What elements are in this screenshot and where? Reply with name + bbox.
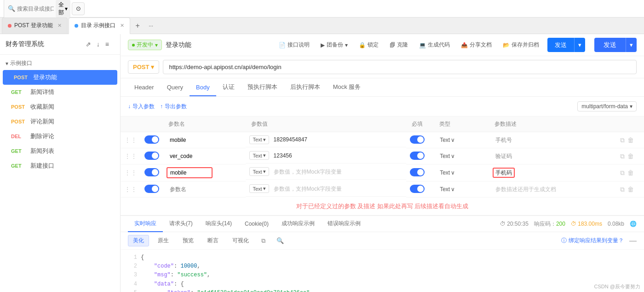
param-name-input[interactable] xyxy=(167,151,213,161)
view-tab-beautify[interactable]: 美化 xyxy=(128,235,149,246)
import-params-button[interactable]: ↓ 导入参数 xyxy=(128,103,155,111)
drag-handle[interactable]: ⋮⋮ xyxy=(124,169,137,176)
tab-header[interactable]: Header xyxy=(128,79,161,96)
clone-button[interactable]: 🗐克隆 xyxy=(387,39,411,51)
globe-icon[interactable]: 🌐 xyxy=(630,221,637,227)
delete-row-button[interactable]: 🗑 xyxy=(627,186,634,193)
toggle-switch[interactable] xyxy=(144,135,159,144)
sidebar-item-news-list[interactable]: GET 新闻列表 xyxy=(0,144,120,158)
text-type-select[interactable]: Text▾ xyxy=(249,184,269,193)
view-tab-visual[interactable]: 可视化 xyxy=(227,235,254,246)
view-tab-raw[interactable]: 原生 xyxy=(153,235,174,246)
save-button[interactable]: 发送 xyxy=(547,38,574,52)
toggle-switch[interactable] xyxy=(144,168,159,176)
delete-row-button[interactable]: 🗑 xyxy=(627,152,634,160)
copy-row-button[interactable]: ⧉ xyxy=(620,136,625,144)
close-icon[interactable]: ✕ xyxy=(120,23,124,29)
tab-mock[interactable]: Mock 服务 xyxy=(327,78,368,97)
save-dropdown-button[interactable]: ▾ xyxy=(574,38,585,52)
sharedoc-button[interactable]: 📤分享文档 xyxy=(458,39,494,51)
share-icon[interactable]: ⇗ xyxy=(84,39,93,50)
bind-response-button[interactable]: ⓘ 绑定响应结果到变量？ xyxy=(561,237,624,245)
required-toggle[interactable] xyxy=(410,135,425,144)
tab-realtime[interactable]: 实时响应 xyxy=(128,216,163,232)
method-select[interactable]: POST ▾ xyxy=(128,60,159,74)
param-value-input[interactable] xyxy=(271,151,403,160)
sidebar-item-delete-comment[interactable]: DEL 删除评论 xyxy=(0,129,120,144)
tab-directory[interactable]: 目录 示例接口 ✕ xyxy=(69,18,130,34)
tab-request-headers[interactable]: 请求头(7) xyxy=(163,216,199,232)
tab-post-login[interactable]: POST 登录功能 ✕ xyxy=(2,18,68,34)
env-badge[interactable]: 开发中 ▾ xyxy=(128,40,162,50)
drag-handle[interactable]: ⋮⋮ xyxy=(124,186,137,193)
tab-cookie[interactable]: Cookie(0) xyxy=(238,217,275,232)
minimize-icon[interactable]: — xyxy=(629,237,637,245)
copy-row-button[interactable]: ⧉ xyxy=(620,169,625,177)
tab-query[interactable]: Query xyxy=(161,79,190,96)
sidebar-item-news-detail[interactable]: GET 新闻详情 xyxy=(0,85,120,99)
param-name-input-highlighted[interactable] xyxy=(167,167,213,178)
sidebar-item-login[interactable]: POST 登录功能 xyxy=(3,70,117,85)
text-type-select[interactable]: Text▾ xyxy=(249,151,269,160)
text-type-select[interactable]: Text▾ xyxy=(249,167,269,176)
lock-button[interactable]: 🔒锁定 xyxy=(356,39,381,51)
close-icon[interactable]: ✕ xyxy=(58,23,62,29)
send-button[interactable]: 发送 xyxy=(594,38,626,52)
drag-handle[interactable]: ⋮⋮ xyxy=(124,136,137,144)
required-toggle[interactable] xyxy=(410,168,425,176)
desc-input[interactable] xyxy=(493,185,613,194)
search-icon[interactable]: 🔍 xyxy=(273,236,288,245)
backup-button[interactable]: ▶团备份▾ xyxy=(318,39,351,51)
drag-handle[interactable]: ⋮⋮ xyxy=(124,152,137,160)
text-type-select[interactable]: Text▾ xyxy=(249,135,269,144)
delete-row-button[interactable]: 🗑 xyxy=(627,136,634,144)
view-tab-preview[interactable]: 预览 xyxy=(178,235,199,246)
sidebar-item-comment-news[interactable]: POST 评论新闻 xyxy=(0,114,120,129)
tab-response-headers[interactable]: 响应头(14) xyxy=(199,216,238,232)
search-type-button[interactable]: 全部 ▾ xyxy=(56,0,70,18)
settings-button[interactable]: ⊙ xyxy=(72,2,85,15)
view-tab-assert[interactable]: 断言 xyxy=(202,235,224,246)
type-select[interactable]: Text∨ xyxy=(437,185,485,194)
tab-body[interactable]: Body xyxy=(190,79,216,96)
desc-input[interactable] xyxy=(493,135,613,145)
delete-row-button[interactable]: 🗑 xyxy=(627,169,634,176)
type-select[interactable]: Text∨ xyxy=(437,152,485,161)
codegen-button[interactable]: 💻生成代码 xyxy=(416,39,453,51)
required-toggle[interactable] xyxy=(410,152,425,160)
toggle-switch[interactable] xyxy=(144,152,159,160)
download-icon[interactable]: ↓ xyxy=(95,39,102,50)
doc-button[interactable]: 📄接口说明 xyxy=(276,39,312,51)
tab-pre-script[interactable]: 预执行脚本 xyxy=(241,78,284,97)
send-dropdown-button[interactable]: ▾ xyxy=(626,38,637,52)
save-return-button[interactable]: 📂保存并归档 xyxy=(500,39,542,51)
param-value-input[interactable] xyxy=(271,135,403,144)
tab-auth[interactable]: 认证 xyxy=(216,78,241,97)
sidebar-item-collect-news[interactable]: POST 收藏新闻 xyxy=(0,99,120,114)
tab-more-button[interactable]: ··· xyxy=(145,21,157,31)
tab-success-example[interactable]: 成功响应示例 xyxy=(275,216,321,232)
format-select[interactable]: multipart/form-data ▾ xyxy=(577,101,637,111)
type-select[interactable]: Text∨ xyxy=(437,168,485,177)
type-select[interactable]: Text∨ xyxy=(437,135,485,145)
param-name-input[interactable] xyxy=(167,184,213,194)
toggle-switch[interactable] xyxy=(144,185,159,193)
copy-row-button[interactable]: ⧉ xyxy=(620,152,625,160)
required-toggle[interactable] xyxy=(410,185,425,193)
desc-input[interactable] xyxy=(493,152,613,161)
export-params-button[interactable]: ↑ 导出参数 xyxy=(160,103,187,111)
param-value-input[interactable] xyxy=(271,184,403,193)
menu-icon[interactable]: ≡ xyxy=(104,39,111,50)
copy-row-button[interactable]: ⧉ xyxy=(620,186,625,193)
copy-icon[interactable]: ⧉ xyxy=(258,236,269,246)
sidebar-section-header[interactable]: ▾ 示例接口 xyxy=(0,57,120,70)
search-input[interactable] xyxy=(17,6,54,12)
url-input[interactable] xyxy=(163,60,637,74)
tab-add-button[interactable]: + xyxy=(131,19,144,32)
sidebar-item-new-interface[interactable]: GET 新建接口 xyxy=(0,158,120,173)
tab-error-example[interactable]: 错误响应示例 xyxy=(321,216,367,232)
tab-post-script[interactable]: 后执行脚本 xyxy=(284,78,327,97)
param-value-input[interactable] xyxy=(271,167,403,176)
param-name-input[interactable] xyxy=(167,135,213,145)
search-box[interactable]: 🔍 全部 ▾ xyxy=(4,0,68,19)
